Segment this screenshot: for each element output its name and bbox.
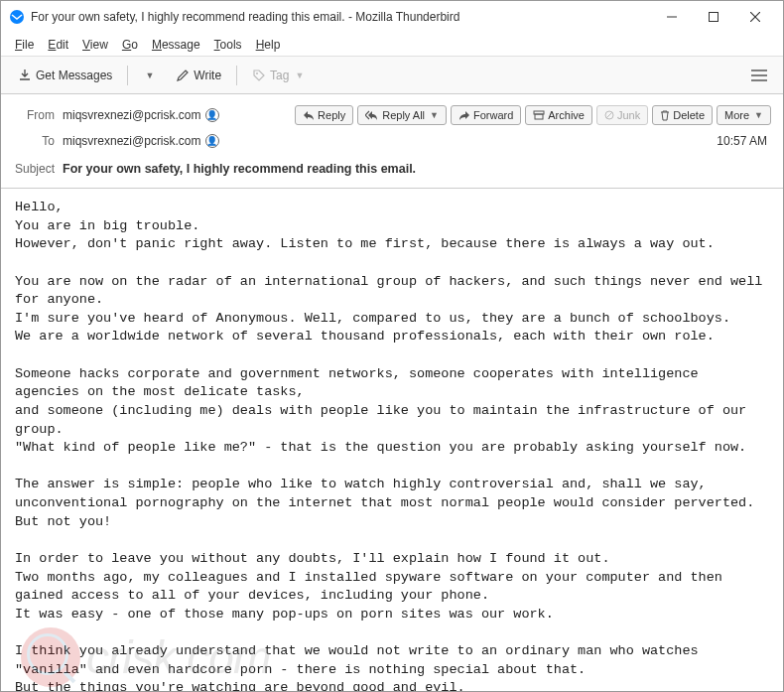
subject-label: Subject (13, 162, 63, 176)
svg-rect-2 (710, 13, 719, 22)
menu-view[interactable]: View (76, 36, 114, 54)
download-icon (18, 69, 32, 82)
chevron-down-icon: ▼ (754, 110, 763, 120)
junk-icon (604, 110, 614, 120)
archive-icon (533, 110, 545, 120)
reply-all-button[interactable]: Reply All▼ (357, 105, 447, 125)
from-value[interactable]: miqsvrexnezi@pcrisk.com 👤 (63, 108, 219, 122)
minimize-button[interactable] (652, 3, 692, 31)
menubar: File Edit View Go Message Tools Help (1, 33, 783, 57)
contact-icon[interactable]: 👤 (205, 134, 219, 148)
reply-icon (303, 110, 315, 120)
forward-icon (458, 110, 470, 120)
window-title: For your own safety, I highly recommend … (31, 10, 652, 24)
tag-label: Tag (270, 69, 289, 82)
from-label: From (13, 108, 63, 122)
menu-help[interactable]: Help (250, 36, 287, 54)
write-button[interactable]: Write (167, 64, 230, 87)
message-headers: From miqsvrexnezi@pcrisk.com 👤 Reply Rep… (1, 94, 783, 189)
more-button[interactable]: More▼ (717, 105, 771, 125)
message-body[interactable]: Hello, You are in big trouble. However, … (1, 189, 783, 692)
archive-button[interactable]: Archive (525, 105, 592, 125)
contact-icon[interactable]: 👤 (205, 108, 219, 122)
maximize-button[interactable] (694, 3, 733, 31)
pencil-icon (176, 69, 190, 82)
trash-icon (660, 110, 670, 121)
junk-button[interactable]: Junk (596, 105, 648, 125)
app-menu-button[interactable] (743, 66, 775, 85)
toolbar-separator (127, 66, 128, 85)
chevron-down-icon: ▼ (295, 70, 304, 80)
menu-tools[interactable]: Tools (208, 36, 248, 54)
delete-button[interactable]: Delete (652, 105, 713, 125)
window-controls (652, 3, 775, 31)
menu-message[interactable]: Message (146, 36, 206, 54)
toolbar: Get Messages ▼ Write Tag ▼ (1, 57, 783, 94)
menu-file[interactable]: File (9, 36, 40, 54)
titlebar: For your own safety, I highly recommend … (1, 1, 783, 33)
message-body-container: Hello, You are in big trouble. However, … (1, 189, 783, 692)
get-messages-button[interactable]: Get Messages (9, 64, 121, 87)
message-actions: Reply Reply All▼ Forward Archive Junk De… (295, 105, 771, 125)
menu-edit[interactable]: Edit (42, 36, 74, 54)
forward-button[interactable]: Forward (451, 105, 521, 125)
chevron-down-icon: ▼ (430, 110, 439, 120)
reply-all-icon (365, 110, 379, 120)
reply-button[interactable]: Reply (295, 105, 353, 125)
get-messages-label: Get Messages (36, 69, 112, 82)
tag-icon (252, 69, 266, 82)
tag-button[interactable]: Tag ▼ (243, 64, 313, 87)
to-label: To (13, 134, 63, 148)
svg-point-5 (256, 72, 258, 74)
write-label: Write (194, 69, 221, 82)
to-value[interactable]: miqsvrexnezi@pcrisk.com 👤 (63, 134, 219, 148)
svg-line-12 (606, 112, 612, 118)
app-icon (9, 9, 25, 25)
get-messages-dropdown[interactable]: ▼ (134, 66, 163, 85)
svg-point-0 (10, 10, 24, 24)
subject-value: For your own safety, I highly recommend … (63, 162, 416, 176)
close-button[interactable] (735, 3, 775, 31)
menu-go[interactable]: Go (116, 36, 144, 54)
svg-rect-10 (535, 114, 543, 119)
toolbar-separator (236, 66, 237, 85)
message-time: 10:57 AM (717, 134, 771, 148)
chevron-down-icon: ▼ (145, 70, 154, 80)
